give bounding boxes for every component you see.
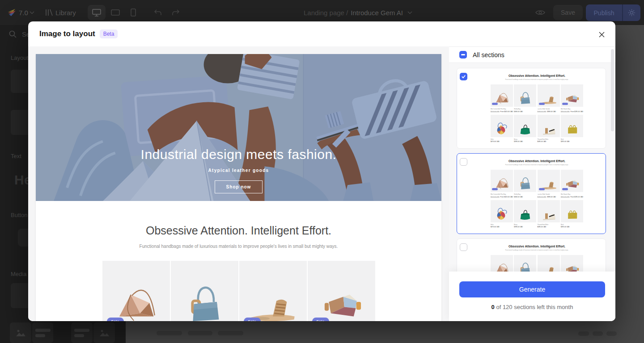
mini-product-tile: Mini Naomi Bag$350.00 CADFrom $285.00 CA… [561, 84, 583, 113]
all-sections-row: All sections [449, 47, 615, 63]
breadcrumb-chevron-down-icon [407, 11, 412, 14]
mini-product-tile: Mini Convertible Flex Bag$520.00 CADFrom… [491, 255, 513, 272]
image-icon [99, 328, 110, 337]
canvas-placeholder [188, 331, 212, 335]
mini-product-tile: Helix$470.00 CAD [491, 200, 513, 228]
canvas-placeholder [218, 331, 243, 335]
mini-sale-badge [492, 188, 498, 191]
products-section: Obsessive Attention. Intelligent Effort.… [36, 201, 441, 321]
mini-product-tile: Lacerta Slide Sandal$446.00 CAD$386.00 C… [538, 170, 560, 198]
mini-product-tile: Lacerta Slide Sandal$446.00 CAD$386.00 C… [538, 84, 560, 113]
media-image-preset[interactable] [93, 322, 115, 343]
app-logo-icon [7, 0, 17, 25]
section-title: Obsessive Attention. Intelligent Effort. [36, 224, 441, 237]
sidebar-group-layout: Layout [11, 54, 28, 61]
sale-badge: Sale [107, 318, 124, 321]
media-image-preset[interactable] [10, 322, 31, 343]
section-card[interactable]: Obsessive Attention. Intelligent Effort.… [457, 153, 606, 234]
hero-image: Industrial design meets fashion. Atypica… [36, 54, 441, 201]
sections-footer: Generate 0 of 120 sections left this mon… [449, 272, 615, 321]
quota-count: 0 [491, 304, 495, 310]
mini-section-subtitle: Functional handbags made of luxurious ma… [469, 164, 605, 166]
hero-subtitle: Atypical leather goods [36, 168, 441, 173]
mini-product-tile: Betsy$396.00 CAD [514, 115, 536, 143]
media-text-preset[interactable] [32, 322, 53, 343]
mini-sale-badge [562, 103, 568, 105]
mini-product-tile: Lacerta Slide Sandal$446.00 CAD$386.00 C… [538, 255, 560, 272]
sale-badge: Sale [312, 318, 329, 321]
canvas-placeholder [593, 331, 603, 336]
mini-product-tile: Mini Convertible Flex Bag$520.00 CADFrom… [491, 170, 513, 198]
beta-badge: Beta [100, 29, 118, 38]
close-icon[interactable] [597, 30, 606, 38]
mini-product-tile: Shelly Bag$466.00 CAD [514, 170, 536, 198]
product-grid: SaleSaleSale [102, 261, 375, 321]
canvas-placeholder [157, 331, 182, 335]
device-tablet-button[interactable] [106, 5, 124, 20]
mini-sale-badge [492, 103, 498, 105]
section-checkbox[interactable] [460, 73, 467, 80]
sections-pane: All sections Obsessive Attention. Intell… [449, 46, 615, 321]
modal-header: Image to layout Beta [28, 21, 615, 46]
hero-title: Industrial design meets fashion. [36, 147, 441, 162]
mini-section-title: Obsessive Attention. Intelligent Effort. [469, 159, 605, 163]
section-checkbox[interactable] [460, 243, 467, 251]
section-thumbnail: Obsessive Attention. Intelligent Effort.… [469, 154, 605, 234]
mini-section-subtitle: Functional handbags made of luxurious ma… [469, 79, 605, 80]
mini-product-tile: Betsy$396.00 CAD [514, 200, 536, 228]
mini-product-tile: Pleated Heel Mule$485.00 CAD [538, 200, 560, 228]
image-to-layout-modal: Image to layout Beta [28, 21, 615, 321]
quota-text: 0 of 120 sections left this month [459, 304, 605, 310]
all-sections-label: All sections [473, 51, 504, 59]
image-icon [15, 328, 26, 337]
product-tile [171, 261, 238, 321]
modal-title: Image to layout [39, 29, 95, 38]
mini-product-tile: Helix$470.00 CAD [491, 115, 513, 143]
section-checkbox[interactable] [460, 158, 467, 166]
media-text-preset[interactable] [71, 322, 93, 343]
all-sections-checkbox[interactable] [459, 51, 467, 59]
device-phone-button[interactable] [124, 5, 142, 20]
sidebar-group-button: Button [11, 212, 28, 218]
mini-product-tile: Mini Naomi Bag$350.00 CADFrom $285.00 CA… [561, 170, 583, 198]
search-icon [9, 30, 17, 38]
product-tile: Sale [308, 261, 375, 321]
section-card[interactable]: Obsessive Attention. Intelligent Effort.… [457, 68, 606, 149]
product-tile: Sale [239, 261, 307, 321]
mini-product-tile: Mini Convertible Flex Bag$520.00 CADFrom… [491, 84, 513, 113]
mini-product-tile: Shelly Bag$466.00 CAD [514, 255, 536, 272]
mini-sale-badge [539, 188, 545, 191]
publish-settings-gear-icon[interactable] [623, 4, 640, 21]
product-tile: Sale [102, 261, 170, 321]
uploaded-site-image: Industrial design meets fashion. Atypica… [36, 54, 441, 321]
mini-section-subtitle: Functional handbags made of luxurious ma… [469, 249, 605, 251]
section-thumbnail: Obsessive Attention. Intelligent Effort.… [469, 239, 605, 272]
mini-product-tile: Brick$285.00 CAD [561, 115, 583, 143]
canvas-placeholder [606, 331, 617, 336]
publish-button[interactable]: Publish [586, 4, 622, 21]
sidebar-group-media: Media [11, 271, 26, 277]
section-subtitle: Functional handbags made of luxurious ma… [36, 244, 441, 249]
generate-button[interactable]: Generate [459, 281, 605, 297]
mini-sale-badge [562, 188, 568, 191]
device-desktop-button[interactable] [88, 5, 106, 20]
mini-product-tile: Shelly Bag$466.00 CAD [514, 84, 536, 113]
section-card[interactable]: Obsessive Attention. Intelligent Effort.… [457, 238, 606, 272]
mini-sale-badge [539, 103, 545, 105]
mini-product-tile: Pleated Heel Mule$485.00 CAD [538, 115, 560, 143]
section-thumbnail: Obsessive Attention. Intelligent Effort.… [469, 68, 605, 148]
mini-section-title: Obsessive Attention. Intelligent Effort. [469, 245, 605, 248]
scrollbar-thumb[interactable] [611, 49, 614, 131]
breadcrumb-path: Landing page / [304, 9, 348, 17]
breadcrumb-current: Introduce Gem AI [351, 9, 403, 17]
mini-product-tile: Mini Naomi Bag$350.00 CADFrom $285.00 CA… [561, 255, 583, 272]
source-image-preview-pane: Industrial design meets fashion. Atypica… [28, 46, 449, 321]
sidebar-group-text: Text [11, 153, 21, 159]
canvas-placeholder [578, 331, 589, 336]
mini-section-title: Obsessive Attention. Intelligent Effort. [469, 74, 605, 77]
mini-product-tile: Brick$285.00 CAD [561, 200, 583, 228]
version-label[interactable]: 7.0 [19, 0, 28, 25]
shop-now-button: Shop now [215, 180, 263, 193]
sections-list[interactable]: Obsessive Attention. Intelligent Effort.… [457, 63, 606, 272]
save-button[interactable]: Save [553, 5, 583, 20]
